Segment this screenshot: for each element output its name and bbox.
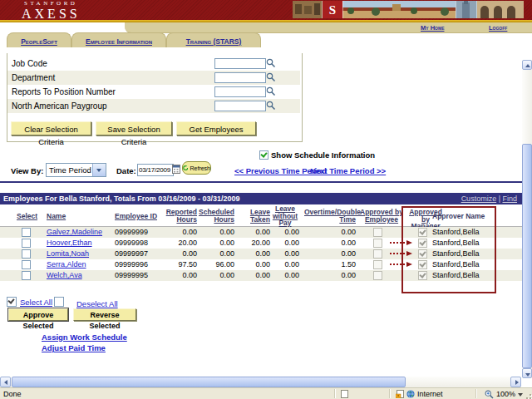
select-all-checkbox[interactable] <box>7 297 17 307</box>
overtime-double-time: 0.00 <box>304 249 356 259</box>
lookup-icon[interactable] <box>266 58 276 68</box>
annotation-arrow <box>390 262 412 268</box>
logoff-link[interactable]: Logoff <box>489 24 507 32</box>
find-link[interactable]: Find <box>502 195 517 203</box>
approved-by-manager-checkbox <box>418 249 427 259</box>
overtime-double-time: 1.50 <box>304 259 356 270</box>
approved-by-employee-checkbox <box>373 260 382 269</box>
stanford-wordmark: STANFORD <box>24 1 81 7</box>
refresh-button[interactable]: Refresh <box>182 161 211 175</box>
tab-employee-information[interactable]: Employee Information <box>71 32 166 47</box>
date-input[interactable] <box>137 164 174 176</box>
select-checkbox[interactable] <box>22 260 31 269</box>
approve-selected-button[interactable]: Approve Selected <box>8 308 68 321</box>
column-header-approved-by-employee[interactable]: Approved byEmployee <box>359 209 404 223</box>
employee-name-link[interactable]: Galvez,Madeline <box>47 227 102 238</box>
deselect-all-link[interactable]: Deselect All <box>76 299 118 308</box>
vertical-scroll-thumb[interactable] <box>522 144 532 368</box>
approved-by-manager-checkbox <box>418 239 427 248</box>
grid-title-bar: Employees For Bella Stanford, Totals Fro… <box>0 193 522 204</box>
security-report-icon[interactable] <box>396 390 404 398</box>
select-checkbox[interactable] <box>22 228 31 237</box>
reports-to-position-input[interactable] <box>214 86 266 97</box>
next-time-period-link[interactable]: Next Time Period >> <box>310 166 386 175</box>
zoom-icon[interactable] <box>485 390 494 399</box>
show-schedule-checkbox[interactable] <box>259 150 268 160</box>
customize-link[interactable]: Customize <box>461 195 497 203</box>
resize-grip <box>523 391 531 399</box>
scroll-down-button[interactable] <box>522 368 532 378</box>
axess-window: STANFORD AXESS S My Home L <box>0 0 532 399</box>
lookup-icon[interactable] <box>266 72 276 82</box>
approver-name: Stanford,Bella <box>432 259 480 270</box>
table-row: Lomita,Noah 09999997 0.00 0.00 0.00 0.00… <box>0 249 522 259</box>
select-all-link[interactable]: Select All <box>20 298 52 307</box>
vertical-scrollbar[interactable] <box>522 60 532 378</box>
scroll-right-button[interactable] <box>510 377 521 387</box>
employee-name-link[interactable]: Lomita,Noah <box>47 249 89 259</box>
column-header-employee-id[interactable]: Employee ID <box>115 213 157 220</box>
approver-name: Stanford,Bella <box>432 227 480 238</box>
select-checkbox[interactable] <box>22 249 31 259</box>
selection-criteria-panel: Job Code Department Reports To Position … <box>7 53 303 142</box>
overtime-double-time: 0.00 <box>304 238 356 249</box>
save-selection-criteria-button[interactable]: Save Selection Criteria <box>96 121 172 135</box>
adjust-paid-time-link[interactable]: Adjust Paid Time <box>42 343 106 352</box>
employee-id: 09999996 <box>115 259 148 270</box>
employee-name-link[interactable]: Hoover,Ethan <box>47 238 92 249</box>
scroll-up-button[interactable] <box>522 60 532 70</box>
stanford-banner: STANFORD AXESS S <box>0 0 532 20</box>
criteria-row: Reports To Position Number <box>7 85 300 99</box>
scroll-left-button[interactable] <box>0 377 11 387</box>
show-schedule-label: Show Schedule Information <box>271 150 375 160</box>
column-header-scheduled-hours[interactable]: ScheduledHours <box>198 209 234 223</box>
clear-selection-criteria-button[interactable]: Clear Selection Criteria <box>11 121 91 135</box>
leave-taken: 0.00 <box>236 270 270 281</box>
field-label: Department <box>12 73 55 82</box>
field-label: Reports To Position Number <box>12 87 116 96</box>
horizontal-scrollbar[interactable] <box>0 377 521 387</box>
tab-training-stars[interactable]: Training (STARS) <box>166 32 261 47</box>
internet-zone-globe-icon <box>406 390 415 398</box>
my-home-link[interactable]: My Home <box>421 24 444 32</box>
approved-by-employee-checkbox <box>373 228 382 237</box>
column-header-overtime-double-time[interactable]: Overtime/DoubleTime <box>304 209 356 223</box>
zoom-level: 100% <box>496 390 515 398</box>
leave-without-pay: 0.00 <box>268 227 299 238</box>
calendar-icon[interactable] <box>172 165 180 174</box>
grid-column-headers: Select Name Employee ID ReportedHours Sc… <box>0 204 522 227</box>
scheduled-hours: 0.00 <box>198 249 234 259</box>
select-dropdown-button[interactable] <box>92 164 106 176</box>
job-code-input[interactable] <box>214 58 266 69</box>
column-header-select[interactable]: Select <box>17 213 37 220</box>
reverse-selected-button[interactable]: Reverse Selected <box>73 308 136 321</box>
reported-hours: 20.00 <box>160 238 197 249</box>
lookup-icon[interactable] <box>266 86 276 96</box>
column-header-leave-taken[interactable]: LeaveTaken <box>236 209 270 223</box>
select-checkbox[interactable] <box>22 239 31 248</box>
select-checkbox[interactable] <box>22 271 31 280</box>
assign-work-schedule-link[interactable]: Assign Work Schedule <box>42 332 127 342</box>
approver-name: Stanford,Bella <box>432 249 480 259</box>
deselect-all-checkbox[interactable] <box>54 297 64 307</box>
view-by-select[interactable]: Time Period <box>46 163 106 177</box>
leave-taken: 20.00 <box>236 238 270 249</box>
department-input[interactable] <box>214 72 266 83</box>
tab-peoplesoft[interactable]: PeopleSoft <box>7 32 71 47</box>
lookup-icon[interactable] <box>266 101 276 111</box>
employee-id: 09999997 <box>115 249 148 259</box>
get-employees-button[interactable]: Get Employees <box>176 121 256 135</box>
horizontal-scroll-thumb[interactable] <box>12 377 406 387</box>
axess-wordmark: AXESS <box>22 7 81 21</box>
column-header-reported-hours[interactable]: ReportedHours <box>160 209 197 223</box>
paygroup-input[interactable] <box>214 101 266 111</box>
employee-name-link[interactable]: Serra,Alden <box>47 259 86 270</box>
employee-name-link[interactable]: Welch,Ava <box>47 270 82 281</box>
approved-by-employee-checkbox <box>373 249 382 259</box>
svg-text:S: S <box>329 3 336 17</box>
column-header-leave-without-pay[interactable]: LeavewithoutPay <box>271 205 299 227</box>
column-header-name[interactable]: Name <box>47 213 66 220</box>
leave-taken: 0.00 <box>236 259 270 270</box>
scheduled-hours: 0.00 <box>198 227 234 238</box>
annotation-arrow <box>390 251 412 257</box>
